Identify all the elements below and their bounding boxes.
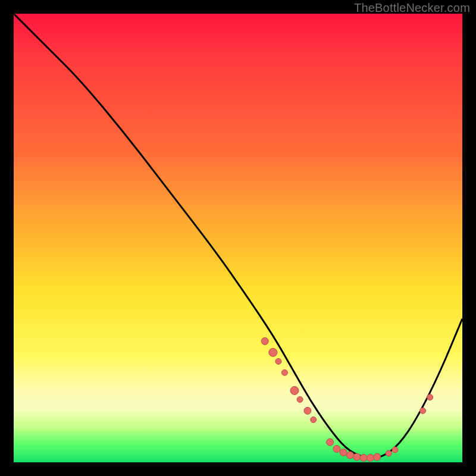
data-marker [374,453,381,461]
data-marker [304,407,311,414]
plot-area [14,14,462,462]
data-marker [333,445,340,452]
data-marker [392,447,398,453]
data-marker [311,416,317,422]
data-marker [261,337,268,345]
bottleneck-curve [14,14,462,462]
data-marker [269,348,277,356]
data-marker [327,439,334,446]
data-marker [386,450,392,456]
data-marker [420,408,426,414]
data-marker [340,449,347,456]
data-marker [367,455,374,462]
data-marker [360,455,367,462]
data-marker [347,452,354,459]
watermark-label: TheBottleNecker.com [354,1,470,15]
data-marker [290,386,299,394]
curve-markers [261,337,433,461]
data-marker [427,394,433,400]
data-marker [297,396,303,402]
data-marker [275,358,281,364]
chart-stage: TheBottleNecker.com [0,0,476,476]
curve-line [14,14,462,458]
data-marker [281,369,287,375]
data-marker [353,453,361,461]
